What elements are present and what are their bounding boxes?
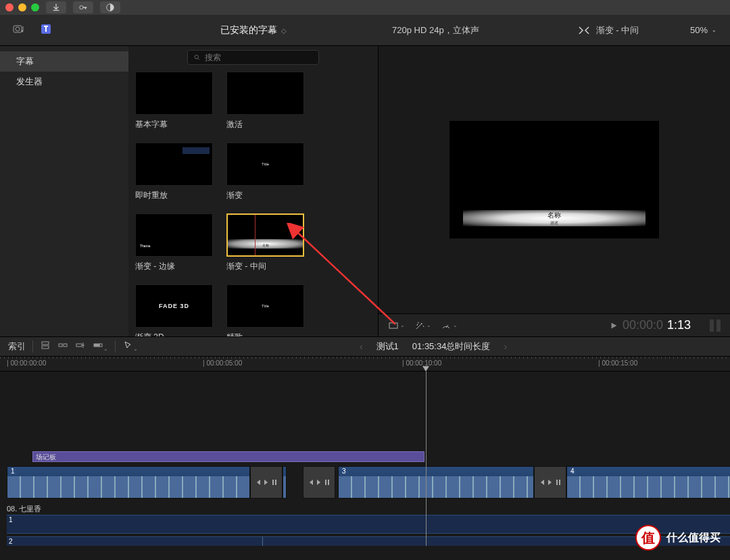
thumbnail-label: 渐变 <box>226 190 304 201</box>
title-preset-middle[interactable]: 名称渐变 - 中间 <box>226 213 304 272</box>
main-row: 字幕发生器 基本字幕激活即时重放Title渐变渐变 - 边缘名称渐变 - 中间F… <box>0 46 730 336</box>
title-preset-edge[interactable]: 渐变 - 边缘 <box>135 213 213 272</box>
prev-icon <box>539 479 545 486</box>
half-circle-icon <box>105 3 115 12</box>
timeline-body[interactable]: 场记板 1234 08. 七里香 1 2 <box>0 372 730 546</box>
video-clip[interactable]: 3 <box>338 466 534 499</box>
thumbnail-image <box>226 72 304 115</box>
insert-clip-button[interactable] <box>57 340 68 353</box>
append-icon <box>75 340 86 351</box>
pause-icon <box>555 479 562 486</box>
sidebar-item-发生器[interactable]: 发生器 <box>0 72 128 92</box>
transition-clip[interactable] <box>250 466 283 499</box>
chevron-updown-icon: ◇ <box>281 27 287 34</box>
title-icon <box>39 22 53 36</box>
search-input[interactable] <box>205 53 313 62</box>
timeline-ruler[interactable]: | 00:00:00:00| 00:00:05:00| 00:00:10:00|… <box>0 357 730 372</box>
play-button[interactable] <box>609 321 618 330</box>
connect-icon <box>40 340 51 351</box>
svg-point-3 <box>16 27 20 31</box>
search-box[interactable] <box>187 50 319 65</box>
title-preset-fine[interactable]: Title精致 <box>226 284 304 336</box>
canvas-wrap: 名称 描述 <box>379 46 730 313</box>
browser-mode-dropdown[interactable]: 已安装的字幕 ◇ <box>128 24 379 36</box>
timeline-next-button[interactable]: › <box>504 341 507 352</box>
pointer-icon <box>122 340 133 351</box>
minimize-window-button[interactable] <box>18 3 26 11</box>
thumbnail-image: Title <box>226 143 304 186</box>
speedometer-icon <box>441 320 452 331</box>
preview-canvas[interactable]: 名称 描述 <box>449 121 659 238</box>
title-preset-replay[interactable]: 即时重放 <box>135 143 213 201</box>
watermark-badge: 值 <box>635 525 661 551</box>
title-preset-gradient[interactable]: Title渐变 <box>226 143 304 201</box>
audio-clip-1[interactable]: 1 <box>7 515 730 534</box>
browser-mode-label: 已安装的字幕 <box>220 24 277 35</box>
transition-clip[interactable] <box>303 466 335 499</box>
thumbnail-label: 渐变 3D <box>135 332 213 336</box>
ruler-tick: | 00:00:05:00 <box>203 359 242 367</box>
svg-rect-13 <box>94 344 99 347</box>
overwrite-icon <box>93 340 103 351</box>
separator <box>32 340 33 353</box>
thumbnail-image: FADE 3D <box>135 284 213 328</box>
svg-rect-18 <box>328 480 329 485</box>
viewer-panel: 名称 描述 ⌄ ⌄ ⌄ 00:00:01:13 <box>379 46 730 336</box>
fullscreen-window-button[interactable] <box>31 3 39 11</box>
prev-icon <box>308 479 314 486</box>
sidebar-item-label: 字幕 <box>16 55 34 68</box>
viewer-control-bar: ⌄ ⌄ ⌄ 00:00:01:13 <box>379 313 730 336</box>
slate-clip[interactable]: 场记板 <box>32 451 424 462</box>
select-tool-dropdown[interactable]: ⌄ <box>122 340 138 353</box>
overwrite-clip-button[interactable]: ⌄ <box>93 340 108 353</box>
title-preset-fade3d[interactable]: FADE 3D渐变 3D <box>135 284 213 336</box>
slate-label: 场记板 <box>36 453 56 461</box>
import-button[interactable] <box>46 1 66 14</box>
project-duration-label: 01:35:34总时间长度 <box>412 340 491 353</box>
watermark: 值 什么值得买 <box>635 525 721 551</box>
title-preset-basic[interactable]: 基本字幕 <box>135 72 213 130</box>
retime-tool[interactable]: ⌄ <box>441 320 458 331</box>
video-clip[interactable]: 2 <box>283 466 287 499</box>
thumbnail-image <box>135 72 213 115</box>
traffic-lights <box>5 3 39 11</box>
connect-clip-button[interactable] <box>40 340 51 353</box>
close-window-button[interactable] <box>5 3 14 11</box>
viewer-zoom-dropdown[interactable]: 50% ⌄ <box>690 25 716 35</box>
photos-browser-button[interactable] <box>12 22 26 39</box>
viewer-spec-label: 720p HD 24p，立体声 <box>392 24 527 36</box>
timeline-index-button[interactable]: 索引 <box>8 340 26 353</box>
separator <box>115 340 116 353</box>
browser-tabs <box>0 22 128 39</box>
clip-number: 4 <box>569 467 576 475</box>
clip-number: 1 <box>9 467 16 475</box>
transition-clip[interactable] <box>534 466 566 499</box>
playhead[interactable] <box>426 372 427 546</box>
audio-clip-2[interactable]: 2 <box>7 536 730 546</box>
window-titlebar <box>0 0 730 15</box>
ruler-tick: | 00:00:15:00 <box>598 359 637 367</box>
svg-point-0 <box>80 5 83 9</box>
timecode-bright: 1:13 <box>667 318 691 332</box>
append-clip-button[interactable] <box>75 340 86 353</box>
sidebar-item-字幕[interactable]: 字幕 <box>0 51 128 72</box>
next-icon <box>547 479 554 486</box>
titles-browser-button[interactable] <box>39 22 53 39</box>
next-icon <box>263 479 270 486</box>
svg-rect-15 <box>272 480 274 485</box>
clip-number: 3 <box>341 467 347 475</box>
background-tasks-button[interactable] <box>100 1 120 14</box>
viewer-title-label: 渐变 - 中间 <box>596 24 639 36</box>
thumbnail-label: 精致 <box>226 332 304 336</box>
video-clip[interactable]: 4 <box>566 466 730 499</box>
viewer-display-options[interactable]: ⌄ <box>388 320 405 331</box>
video-clip[interactable]: 1 <box>7 466 250 499</box>
svg-rect-20 <box>559 480 560 485</box>
transform-tool[interactable]: ⌄ <box>414 320 431 331</box>
keyword-button[interactable] <box>73 1 93 14</box>
title-preset-activate[interactable]: 激活 <box>226 72 304 130</box>
ruler-tick: | 00:00:00:00 <box>7 359 46 367</box>
timeline-prev-button[interactable]: ‹ <box>360 341 363 352</box>
viewer-header: 720p HD 24p，立体声 渐变 - 中间 50% ⌄ <box>379 24 730 36</box>
svg-rect-10 <box>59 344 62 347</box>
